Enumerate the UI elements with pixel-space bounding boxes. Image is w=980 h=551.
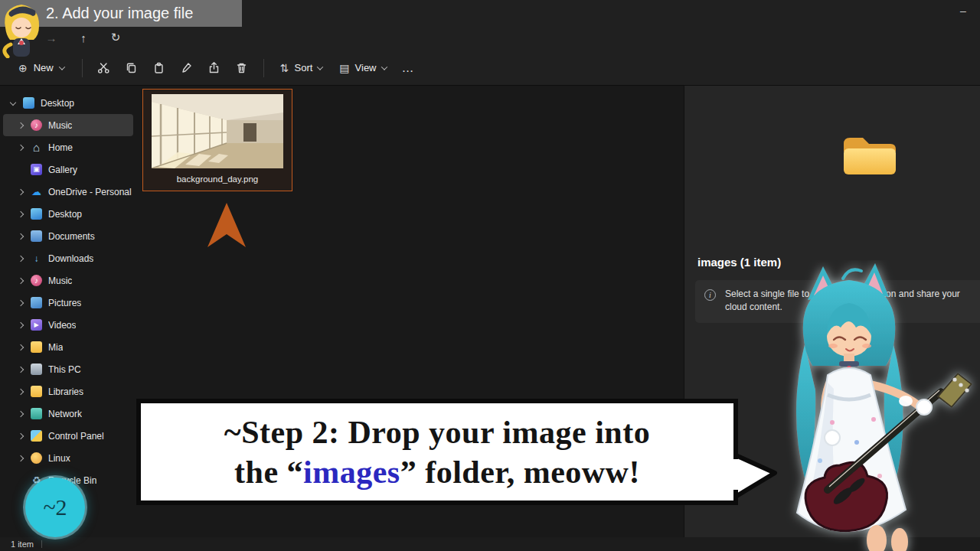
sidebar-item-label: Desktop (48, 209, 82, 220)
onedrive-icon: ☁ (31, 186, 42, 197)
delete-button[interactable] (229, 56, 255, 80)
speech-line-2-post: ” folder, meoww! (400, 455, 640, 490)
view-icon: ▤ (339, 62, 349, 74)
toolbar-divider (82, 59, 83, 77)
chevron-right-icon[interactable] (17, 432, 24, 440)
chevron-down-icon (317, 64, 323, 70)
view-button-label: View (355, 62, 377, 73)
chevron-down-icon (381, 64, 387, 70)
home-icon: ⌂ (31, 142, 42, 153)
sidebar-item-label: Home (48, 142, 73, 153)
copy-button[interactable] (119, 56, 145, 80)
new-button[interactable]: ⊕ New (9, 57, 74, 80)
chibi-mascot-icon (0, 0, 44, 58)
details-pane-title: images (1 item) (697, 256, 781, 269)
sidebar-item-this-pc[interactable]: This PC (3, 358, 133, 380)
chevron-down-icon (59, 64, 65, 70)
speech-line-2: the “images” folder, meoww! (234, 452, 640, 492)
up-icon[interactable]: ↑ (72, 27, 95, 48)
chevron-right-icon[interactable] (17, 255, 24, 262)
desktop-icon (23, 97, 34, 109)
rename-icon (180, 61, 193, 74)
chevron-right-icon[interactable] (17, 122, 24, 129)
chevron-right-icon[interactable] (17, 410, 24, 418)
sidebar-item-label: Music (48, 276, 72, 286)
gallery-icon: ▣ (31, 164, 42, 175)
refresh-icon[interactable]: ↻ (104, 27, 127, 48)
pc-icon (31, 364, 42, 375)
details-info-text: Select a single file to get more informa… (725, 288, 970, 315)
share-button[interactable] (201, 56, 227, 80)
sidebar-item-desktop[interactable]: Desktop (3, 92, 133, 114)
chevron-right-icon[interactable] (17, 277, 24, 285)
chevron-right-icon[interactable] (17, 144, 24, 152)
chevron-right-icon[interactable] (17, 344, 24, 351)
speech-line-2-pre: the “ (234, 455, 303, 490)
chevron-right-icon[interactable] (17, 321, 24, 329)
copy-icon (125, 61, 138, 74)
videos-icon: ▶ (31, 319, 42, 331)
sidebar-item-downloads[interactable]: ↓Downloads (3, 247, 133, 269)
rename-button[interactable] (174, 56, 200, 80)
details-info-box: i Select a single file to get more infor… (695, 280, 980, 323)
sidebar-item-label: Network (48, 409, 82, 419)
sidebar-item-label: Videos (48, 320, 76, 331)
sidebar-item-pictures[interactable]: Pictures (3, 292, 133, 314)
desktop-icon (31, 208, 42, 220)
minimize-button[interactable]: – (946, 0, 980, 21)
chevron-right-icon[interactable] (17, 210, 24, 218)
chevron-right-icon[interactable] (17, 366, 24, 373)
sidebar-item-label: Control Panel (48, 431, 104, 442)
status-bar: 1 item (0, 537, 980, 551)
chevron-right-icon[interactable] (17, 388, 24, 396)
sort-button[interactable]: ⇅ Sort (273, 57, 331, 80)
navigation-bar: ← → ↑ ↻ ›Music›RenPy Night Filter Tutori… (0, 24, 980, 51)
cut-button[interactable] (91, 56, 117, 80)
sidebar-item-label: Documents (48, 231, 95, 242)
sidebar-item-label: Pictures (48, 298, 81, 308)
sidebar-item-music[interactable]: ♪Music (3, 269, 133, 292)
chevron-right-icon[interactable] (17, 299, 24, 307)
downloads-icon: ↓ (31, 253, 42, 264)
chevron-right-icon[interactable] (17, 233, 24, 240)
sidebar-item-mia[interactable]: Mia (3, 336, 133, 358)
sidebar-item-control-panel[interactable]: Control Panel (3, 425, 133, 447)
file-item-background-day[interactable]: background_day.png (142, 89, 292, 191)
sidebar-item-network[interactable]: Network (3, 403, 133, 425)
paste-button[interactable] (146, 56, 172, 80)
more-options-button[interactable]: … (396, 56, 422, 80)
sidebar-item-onedrive-personal[interactable]: ☁OneDrive - Personal (3, 181, 133, 203)
libraries-icon (31, 386, 42, 397)
control-panel-icon (31, 430, 42, 442)
sidebar-item-label: This PC (48, 364, 81, 375)
step-badge: ~2 (25, 478, 85, 537)
chevron-down-icon[interactable] (9, 99, 17, 107)
speech-bubble: ~Step 2: Drop your image into the “image… (136, 399, 738, 505)
sidebar-item-home[interactable]: ⌂Home (3, 136, 133, 158)
sidebar-item-libraries[interactable]: Libraries (3, 380, 133, 403)
pictures-icon (31, 297, 42, 308)
sidebar-item-gallery[interactable]: ▣Gallery (3, 158, 133, 181)
sidebar-item-linux[interactable]: Linux (3, 447, 133, 469)
sidebar-item-label: Desktop (41, 98, 74, 109)
sidebar-item-label: Music (48, 120, 72, 131)
view-button[interactable]: ▤ View (332, 57, 394, 80)
chevron-right-icon[interactable] (17, 455, 24, 462)
sidebar-item-videos[interactable]: ▶Videos (3, 314, 133, 336)
tutorial-arrow-up-icon (207, 203, 246, 247)
music-folder-icon: ♪ (31, 119, 42, 131)
chevron-right-icon[interactable] (17, 188, 24, 196)
sidebar-item-desktop[interactable]: Desktop (3, 203, 133, 225)
sidebar: Desktop♪Music⌂Home▣Gallery☁OneDrive - Pe… (0, 86, 136, 537)
sidebar-item-documents[interactable]: Documents (3, 225, 133, 247)
plus-circle-icon: ⊕ (18, 62, 28, 74)
sidebar-item-label: Linux (48, 453, 70, 464)
sidebar-item-label: Libraries (48, 386, 83, 397)
status-item-count: 1 item (11, 540, 34, 549)
tutorial-banner-title: 2. Add your image file (46, 5, 193, 22)
documents-icon (31, 230, 42, 242)
sidebar-item-music[interactable]: ♪Music (3, 114, 133, 136)
status-divider (41, 540, 42, 548)
music-folder-icon: ♪ (31, 275, 42, 286)
sidebar-item-label: Downloads (48, 253, 93, 264)
